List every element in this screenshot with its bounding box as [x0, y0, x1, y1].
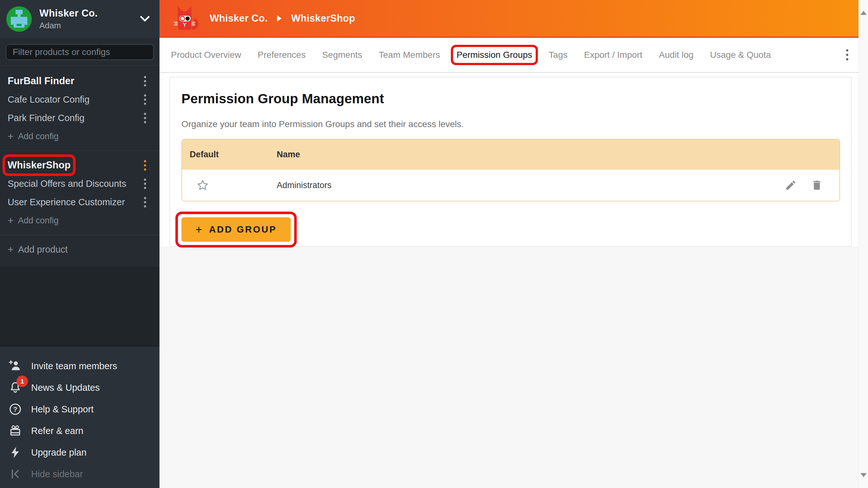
config-name: User Experience Customizer	[8, 197, 125, 208]
tab-tags[interactable]: Tags	[549, 50, 567, 60]
breadcrumb-product[interactable]: WhiskerShop	[291, 13, 355, 24]
table-row: Administrators	[182, 170, 839, 201]
table-header: Default Name	[182, 140, 839, 170]
plus-icon	[8, 244, 14, 255]
filter-input[interactable]	[6, 44, 154, 60]
delete-trash-icon[interactable]	[811, 179, 823, 191]
org-avatar	[6, 6, 32, 32]
tab-product-overview[interactable]: Product Overview	[171, 50, 241, 60]
tab-permission-groups-active[interactable]: Permission Groups	[457, 50, 532, 60]
default-star-icon[interactable]	[197, 179, 277, 191]
invite-team-members-item[interactable]: Invite team members	[0, 355, 159, 377]
product-item-furball-finder[interactable]: FurBall Finder	[0, 72, 159, 90]
scroll-up-arrow-icon[interactable]	[860, 11, 867, 15]
product-list: FurBall Finder Cafe Locator Config Park …	[0, 65, 159, 267]
page-subtitle: Organize your team into Permission Group…	[181, 119, 840, 129]
notification-badge: 1	[17, 375, 28, 387]
breadcrumb: Whisker Co. WhiskerShop	[210, 13, 355, 24]
tab-segments[interactable]: Segments	[322, 50, 362, 60]
product-name-selected: WhiskerShop	[8, 159, 70, 171]
kebab-menu-icon[interactable]	[143, 112, 148, 125]
tab-overflow-kebab-icon[interactable]	[845, 48, 849, 62]
plus-icon	[195, 223, 202, 236]
tab-preferences[interactable]: Preferences	[258, 50, 306, 60]
news-updates-item[interactable]: 1 News & Updates	[0, 377, 159, 398]
sidebar-footer-menu: Invite team members 1 News & Updates ? H…	[0, 347, 159, 488]
edit-pencil-icon[interactable]	[785, 179, 797, 191]
config-name: Cafe Locator Config	[8, 94, 90, 105]
tab-team-members[interactable]: Team Members	[379, 50, 440, 60]
account-switcher[interactable]: Whisker Co. Adam	[0, 0, 159, 38]
config-item-cafe-locator[interactable]: Cafe Locator Config	[0, 90, 159, 109]
kebab-menu-icon[interactable]	[143, 75, 148, 88]
svg-text:?: ?	[13, 405, 17, 413]
config-item-park-finder[interactable]: Park Finder Config	[0, 109, 159, 127]
collapse-left-icon	[8, 467, 22, 481]
kebab-menu-icon[interactable]	[143, 93, 148, 106]
page-body: Permission Group Management Organize you…	[159, 73, 868, 247]
upgrade-plan-item[interactable]: Upgrade plan	[0, 441, 159, 463]
refer-earn-item[interactable]: Refer & earn	[0, 420, 159, 441]
config-item-ux-customizer[interactable]: User Experience Customizer	[0, 193, 159, 211]
groups-table: Default Name Administrators	[181, 139, 840, 202]
vertical-scrollbar[interactable]	[859, 0, 868, 488]
column-header-default: Default	[182, 150, 277, 159]
help-support-item[interactable]: ? Help & Support	[0, 398, 159, 420]
page-title: Permission Group Management	[181, 91, 840, 106]
divider	[0, 151, 159, 151]
config-item-special-offers[interactable]: Special Offers and Discounts	[0, 175, 159, 193]
kebab-menu-icon[interactable]	[143, 159, 148, 172]
add-config-button[interactable]: Add config	[0, 127, 159, 146]
tab-audit-log[interactable]: Audit log	[659, 50, 693, 60]
cat-logo	[173, 5, 200, 32]
org-name: Whisker Co.	[39, 8, 98, 19]
tab-bar: Product Overview Preferences Segments Te…	[159, 38, 868, 73]
hide-sidebar-item[interactable]: Hide sidebar	[0, 463, 159, 485]
main-content: Whisker Co. WhiskerShop Product Overview…	[159, 0, 868, 488]
breadcrumb-org[interactable]: Whisker Co.	[210, 13, 268, 24]
kebab-menu-icon[interactable]	[143, 177, 148, 190]
divider	[0, 235, 159, 235]
help-icon: ?	[8, 402, 22, 416]
person-add-icon	[8, 359, 22, 373]
config-name: Special Offers and Discounts	[8, 179, 126, 189]
lightning-icon	[8, 446, 22, 459]
column-header-name: Name	[277, 150, 839, 159]
add-product-button[interactable]: Add product	[0, 240, 159, 258]
product-name: FurBall Finder	[8, 75, 74, 87]
scroll-down-arrow-icon[interactable]	[860, 473, 867, 477]
chevron-down-icon[interactable]	[140, 16, 150, 22]
gift-icon	[8, 424, 22, 438]
kebab-menu-icon[interactable]	[143, 196, 148, 209]
tab-usage-quota[interactable]: Usage & Quota	[710, 50, 771, 60]
tab-export-import[interactable]: Export / Import	[584, 50, 643, 60]
config-name: Park Finder Config	[8, 113, 85, 123]
app-header: Whisker Co. WhiskerShop	[159, 0, 868, 38]
filter-section	[0, 38, 159, 65]
add-group-button[interactable]: ADD GROUP	[181, 217, 291, 242]
user-name: Adam	[39, 21, 98, 30]
permission-group-card: Permission Group Management Organize you…	[170, 77, 852, 247]
bell-icon: 1	[8, 380, 22, 395]
product-item-whickershop-selected[interactable]: WhiskerShop	[0, 156, 159, 175]
plus-icon	[8, 130, 14, 142]
caret-right-icon	[276, 15, 282, 22]
plus-icon	[8, 215, 14, 226]
sidebar: Whisker Co. Adam FurBall Finder Cafe Loc…	[0, 0, 159, 488]
add-config-button[interactable]: Add config	[0, 211, 159, 230]
group-name-cell: Administrators	[277, 180, 785, 190]
